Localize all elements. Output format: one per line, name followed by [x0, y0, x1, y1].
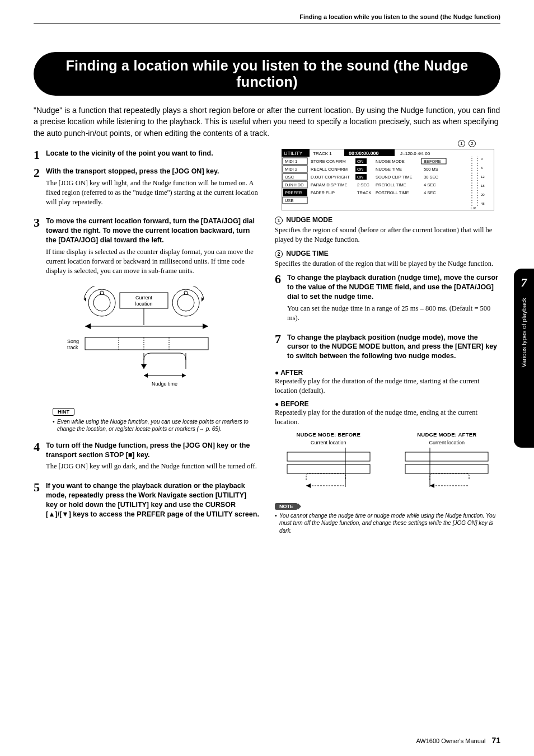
param-nudge-time: 2 NUDGE TIME [275, 250, 500, 258]
right-column: 1 2 UTILITY TRACK 1 00:00:00.000 J=120.0… [275, 149, 500, 542]
utility-screen: 1 2 UTILITY TRACK 1 00:00:00.000 J=120.0… [275, 149, 500, 210]
mode-after-title: NUDGE MODE: AFTER [394, 431, 501, 438]
mode-after-head: AFTER [275, 369, 500, 377]
current-location-cap: Current location [275, 440, 382, 445]
step-3: 3 To move the current location forward, … [34, 217, 259, 280]
mode-diagrams: NUDGE MODE: BEFORE Current location NUDG… [275, 431, 500, 495]
svg-rect-25 [282, 149, 494, 210]
svg-text:POSTROLL TIME: POSTROLL TIME [376, 190, 409, 195]
svg-text:RECALL CONFIRM: RECALL CONFIRM [311, 167, 348, 172]
step-5: 5 If you want to change the playback dur… [34, 481, 259, 522]
running-header: Finding a location while you listen to t… [34, 13, 500, 24]
nudge-time-label: Nudge time [151, 381, 177, 387]
svg-text:PREROLL TIME: PREROLL TIME [376, 182, 406, 187]
step-7: 7 To change the playback position (nudge… [275, 333, 500, 364]
step-text: You can set the nudge time in a range of… [287, 304, 500, 323]
step-number: 2 [34, 167, 46, 212]
page-footer: AW1600 Owner's Manual 71 [416, 736, 500, 745]
svg-text:USB: USB [285, 198, 293, 203]
svg-text:UTILITY: UTILITY [284, 151, 303, 156]
svg-marker-24 [182, 373, 186, 378]
param-text: Specifies the duration of the region tha… [275, 259, 500, 269]
svg-point-4 [172, 289, 199, 316]
svg-marker-23 [144, 373, 148, 378]
step-6: 6 To change the playback duration (nudge… [275, 273, 500, 327]
svg-text:NUDGE TIME: NUDGE TIME [376, 167, 402, 172]
step-heading: To change the playback duration (nudge t… [287, 273, 500, 302]
svg-text:D.IN·HDD: D.IN·HDD [285, 182, 304, 187]
chapter-tab: 7 Various types of playback [514, 269, 534, 448]
svg-text:PARAM DISP TIME: PARAM DISP TIME [311, 182, 347, 187]
svg-text:4 SEC: 4 SEC [424, 190, 436, 195]
svg-rect-85 [405, 464, 488, 473]
svg-text:BEFORE: BEFORE [424, 159, 441, 164]
svg-text:TRACK 1: TRACK 1 [313, 151, 332, 156]
intro-text: "Nudge" is a function that repeatedly pl… [34, 105, 500, 139]
svg-rect-79 [287, 452, 370, 461]
callout-2-ref: 2 [275, 250, 283, 258]
svg-text:location: location [135, 301, 152, 307]
page-title: Finding a location while you listen to t… [34, 52, 500, 96]
step-text: The [JOG ON] key will go dark, and the N… [46, 462, 259, 471]
svg-text:J=120.0 4/4 00: J=120.0 4/4 00 [400, 151, 430, 156]
step-number: 1 [34, 149, 46, 161]
svg-text:D.OUT COPYRIGHT: D.OUT COPYRIGHT [311, 175, 350, 180]
svg-text:ON: ON [357, 175, 363, 180]
step-heading: To change the playback position (nudge m… [287, 333, 500, 361]
svg-text:ON: ON [357, 159, 363, 164]
callout-2: 2 [469, 140, 476, 147]
step-number: 6 [275, 273, 287, 327]
svg-rect-15 [85, 337, 208, 350]
mode-before-title: NUDGE MODE: BEFORE [275, 431, 382, 438]
step-heading: Locate to the vicinity of the point you … [46, 149, 259, 158]
hint-label: HINT [53, 408, 74, 416]
param-nudge-mode: 1 NUDGE MODE [275, 216, 500, 224]
svg-text:48: 48 [481, 202, 485, 205]
svg-text:00:00:00.000: 00:00:00.000 [349, 151, 379, 156]
step-heading: To move the current location forward, tu… [46, 217, 259, 245]
svg-point-0 [88, 289, 115, 316]
step-text: The [JOG ON] key will light, and the Nud… [46, 179, 259, 207]
callout-1: 1 [458, 140, 465, 147]
step-1: 1 Locate to the vicinity of the point yo… [34, 149, 259, 161]
step-number: 7 [275, 333, 287, 364]
step-heading: To turn off the Nudge function, press th… [46, 441, 259, 460]
svg-text:20: 20 [481, 193, 485, 196]
svg-point-6 [184, 291, 188, 294]
svg-text:ON: ON [357, 167, 363, 172]
mode-after-text: Repeatedly play for the duration of the … [275, 377, 500, 396]
chapter-number: 7 [521, 275, 527, 290]
hint-text: Even while using the Nudge function, you… [53, 418, 259, 433]
step-4: 4 To turn off the Nudge function, press … [34, 441, 259, 476]
step-heading: With the transport stopped, press the [J… [46, 167, 259, 176]
manual-name: AW1600 Owner's Manual [416, 738, 485, 744]
song-track-label: Song [67, 339, 79, 344]
svg-text:STORE CONFIRM: STORE CONFIRM [311, 159, 346, 164]
jog-diagram: Current location Song track [34, 286, 259, 398]
svg-rect-84 [405, 452, 488, 461]
step-heading: If you want to change the playback durat… [46, 481, 259, 519]
svg-text:2 SEC: 2 SEC [357, 182, 369, 187]
hint-box: HINT Even while using the Nudge function… [53, 406, 259, 433]
svg-text:12: 12 [481, 175, 485, 179]
current-location-label: Current [135, 295, 152, 300]
svg-marker-13 [203, 323, 208, 329]
callout-1-ref: 1 [275, 217, 283, 224]
step-2: 2 With the transport stopped, press the … [34, 167, 259, 212]
svg-text:SOUND CLIP TIME: SOUND CLIP TIME [376, 175, 413, 180]
svg-text:track: track [67, 345, 78, 350]
step-number: 3 [34, 217, 46, 280]
svg-text:30 SEC: 30 SEC [424, 175, 438, 180]
step-number: 5 [34, 481, 46, 522]
svg-text:L R: L R [471, 206, 476, 210]
param-text: Specifies the region of sound (before or… [275, 226, 500, 245]
note-box: NOTE You cannot change the nudge time or… [275, 500, 500, 535]
svg-text:FADER FLIP: FADER FLIP [311, 190, 335, 195]
step-number: 4 [34, 441, 46, 476]
svg-text:4 SEC: 4 SEC [424, 182, 436, 187]
page-number: 71 [491, 736, 500, 745]
step-text: If time display is selected as the count… [46, 247, 259, 276]
svg-point-2 [100, 291, 104, 294]
svg-text:TRACK: TRACK [357, 190, 371, 195]
note-text: You cannot change the nudge time or nudg… [275, 512, 500, 535]
